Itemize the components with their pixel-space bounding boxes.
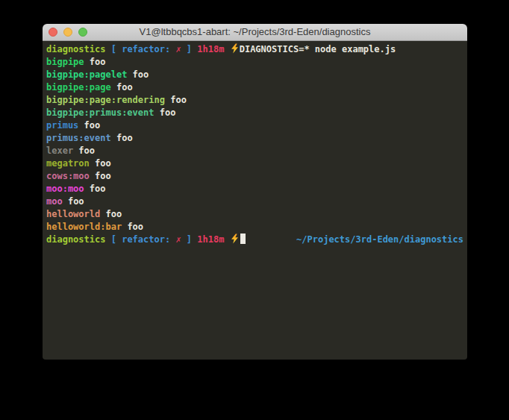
text-segment: ] <box>181 234 198 245</box>
text-segment: primus:event <box>46 133 111 143</box>
text-segment: foo <box>78 120 100 131</box>
terminal-line: bigpipe:page foo <box>46 81 463 94</box>
text-segment: lexer <box>46 145 73 156</box>
text-segment: foo <box>90 171 111 181</box>
minimize-button[interactable] <box>63 28 72 37</box>
text-segment: 1h18m <box>197 44 229 54</box>
text-segment: foo <box>154 107 176 118</box>
text-segment: primus <box>46 120 78 131</box>
text-segment: megatron <box>46 158 90 169</box>
close-button[interactable] <box>49 28 57 37</box>
terminal-line: lexer foo <box>46 145 463 157</box>
text-segment: bigpipe:primus:event <box>46 107 154 118</box>
text-segment: bigpipe:page:rendering <box>46 95 165 105</box>
text-segment: ✗ <box>175 234 181 245</box>
zoom-button[interactable] <box>78 28 87 37</box>
terminal-line: moo foo <box>46 195 463 208</box>
window-controls <box>49 24 87 40</box>
terminal-line: diagnostics [ refactor: ✗ ] 1h18m DIAGNO… <box>46 43 463 56</box>
text-segment: foo <box>127 69 149 80</box>
cursor-block <box>240 233 246 244</box>
text-segment: cows:moo <box>46 171 90 181</box>
text-segment: foo <box>84 57 106 67</box>
text-segment: [ refactor: <box>111 44 176 54</box>
text-segment: moo:moo <box>46 184 84 194</box>
terminal-output[interactable]: diagnostics [ refactor: ✗ ] 1h18m DIAGNO… <box>43 41 467 360</box>
terminal-line: diagnostics [ refactor: ✗ ] 1h18m ~/Proj… <box>46 233 463 246</box>
text-segment: foo <box>165 95 187 105</box>
desktop: V1@ltbbqcbs1-abart: ~/Projects/3rd-Eden/… <box>0 0 509 420</box>
text-segment: bigpipe:page <box>46 82 111 93</box>
text-segment: diagnostics <box>46 234 111 245</box>
terminal-line: helloworld:bar foo <box>46 221 463 233</box>
terminal-line: bigpipe:primus:event foo <box>46 107 463 119</box>
text-segment: helloworld:bar <box>46 222 122 232</box>
lightning-icon <box>230 43 240 54</box>
terminal-line: moo:moo foo <box>46 183 463 195</box>
text-segment: foo <box>84 184 106 194</box>
terminal-line: bigpipe:page:rendering foo <box>46 94 463 107</box>
terminal-line: cows:moo foo <box>46 170 463 183</box>
text-segment: foo <box>73 145 95 156</box>
terminal-line: helloworld foo <box>46 208 463 221</box>
terminal-line: bigpipe foo <box>46 56 463 69</box>
text-segment: ✗ <box>175 44 181 54</box>
terminal-line: primus foo <box>46 119 463 132</box>
text-segment: moo <box>46 196 63 207</box>
text-segment: foo <box>90 158 111 169</box>
text-segment: bigpipe <box>46 57 84 67</box>
text-segment: foo <box>111 133 133 143</box>
terminal-line: bigpipe:pagelet foo <box>46 69 463 81</box>
text-segment: foo <box>63 196 84 207</box>
text-segment: diagnostics <box>46 44 111 54</box>
title-bar[interactable]: V1@ltbbqcbs1-abart: ~/Projects/3rd-Eden/… <box>43 24 467 41</box>
terminal-window: V1@ltbbqcbs1-abart: ~/Projects/3rd-Eden/… <box>43 24 467 360</box>
text-segment: ] <box>181 44 198 54</box>
text-segment: foo <box>122 222 143 232</box>
text-segment: foo <box>100 209 122 219</box>
lightning-icon <box>230 233 240 244</box>
text-segment: DIAGNOSTICS=* node example.js <box>240 44 396 54</box>
text-segment: [ refactor: <box>111 234 176 245</box>
terminal-line: primus:event foo <box>46 132 463 145</box>
terminal-line: megatron foo <box>46 157 463 170</box>
cwd-path: ~/Projects/3rd-Eden/diagnostics <box>296 233 463 246</box>
text-segment: 1h18m <box>197 234 229 245</box>
text-segment: foo <box>111 82 133 93</box>
text-segment: bigpipe:pagelet <box>46 69 127 80</box>
window-title: V1@ltbbqcbs1-abart: ~/Projects/3rd-Eden/… <box>140 24 371 40</box>
text-segment: helloworld <box>46 209 100 219</box>
